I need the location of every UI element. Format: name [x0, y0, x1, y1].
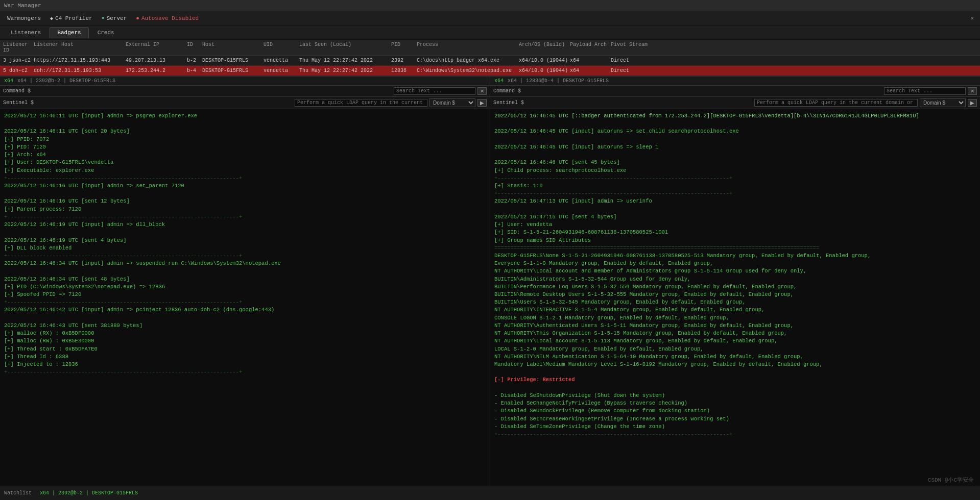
table-row[interactable]: 5 doh-c2 doh://172.31.15.193:53 172.253.… [0, 66, 980, 76]
col-header-uid: UID [264, 42, 299, 53]
console-line [4, 229, 486, 236]
col-header-pid: PID [391, 42, 417, 53]
menubar: Warmongers ◆ C4 Profiler ● Server ● Auto… [0, 11, 980, 26]
console-line [4, 190, 486, 197]
right-console-output[interactable]: 2022/05/12 16:46:45 UTC [::badger authen… [490, 109, 980, 488]
left-search-close[interactable]: ✕ [477, 87, 487, 95]
console-line: [+] Thread Id : 6388 [4, 353, 486, 361]
console-line: [+] User: vendetta [494, 221, 976, 229]
warmongers-menu[interactable]: Warmongers [3, 14, 45, 22]
server-menu[interactable]: ● Server [98, 14, 131, 22]
col-header-pivot: Pivot Stream [611, 42, 662, 53]
console-line: +---------------------------------------… [4, 368, 486, 376]
console-line: BUILTIN\Performance Log Users S-1-5-32-5… [494, 283, 976, 291]
console-line [494, 368, 976, 376]
console-line: ========================================… [494, 244, 976, 252]
left-sentinel-label: Sentinel $ [3, 100, 293, 106]
tab-listeners[interactable]: Listeners [3, 27, 49, 38]
cell-last-seen: Thu May 12 22:27:42 2022 [299, 58, 391, 63]
console-line: [+] PID (C:\Windows\System32\notepad.exe… [4, 283, 486, 291]
right-sentinel-toolbar: Sentinel $ Domain $ ▶ [490, 97, 980, 109]
cell-pid: 12836 [391, 68, 417, 73]
console-line: 2022/05/12 16:46:16 UTC [sent 12 bytes] [4, 197, 486, 205]
col-header-last-seen: Last Seen (Local) [299, 42, 391, 53]
console-line: [+] Spoofed PPID => 7120 [4, 291, 486, 298]
cell-pid: 2392 [391, 58, 417, 63]
left-sentinel-input[interactable] [295, 99, 427, 107]
left-search-input[interactable] [394, 87, 475, 95]
cell-payload: x64 [570, 58, 611, 63]
tab-creds[interactable]: Creds [90, 27, 122, 38]
console-line: 2022/05/12 16:46:46 UTC [sent 45 bytes] [494, 159, 976, 166]
cell-host: DESKTOP-G15FRLS [202, 58, 264, 63]
console-line: 2022/05/12 16:46:43 UTC [sent 381880 byt… [4, 322, 486, 330]
console-line: - Disabled SeIncreaseWorkingSetPrivilege… [494, 415, 976, 423]
server-icon: ● [102, 15, 105, 21]
console-line: [+] malloc (RW) : 0xB5E30000 [4, 337, 486, 345]
left-cmd-label: Command $ [3, 88, 392, 94]
cell-pivot: Direct [611, 58, 662, 63]
console-line: - Enabled SeChangeNotifyPrivilege (Bypas… [494, 399, 976, 407]
col-header-host: Host [202, 42, 264, 53]
console-line [494, 120, 976, 128]
console-line: [+] PPID: 7072 [4, 136, 486, 143]
cell-uid: vendetta [264, 68, 299, 73]
console-line: +---------------------------------------… [494, 174, 976, 182]
autosave-label: Autosave Disabled [141, 15, 199, 21]
console-line: 2022/05/12 16:46:42 UTC [input] admin =>… [4, 306, 486, 314]
right-sentinel-input[interactable] [754, 99, 918, 107]
console-line: CONSOLE LOGON S-1-2-1 Mandatory group, E… [494, 314, 976, 322]
col-header-id: ID [187, 42, 202, 53]
console-line: [+] Arch: x64 [4, 151, 486, 159]
console-line [4, 120, 486, 128]
console-line: [+] DLL block enabled [4, 244, 486, 252]
profiler-icon: ◆ [50, 15, 53, 21]
consoles-area: x64 x64 | 2392@b-2 | DESKTOP-G15FRLS Com… [0, 77, 980, 488]
console-line: BUILTIN\Users S-1-5-32-545 Mandatory gro… [494, 298, 976, 306]
col-header-process: Process [417, 42, 519, 53]
right-search-input[interactable] [884, 87, 966, 95]
console-line: 2022/05/12 16:46:45 UTC [input] autoruns… [494, 128, 976, 135]
cell-last-seen: Thu May 12 22:27:42 2022 [299, 68, 391, 73]
console-line: BUILTIN\Administrators S-1-5-32-544 Grou… [494, 276, 976, 283]
left-session-info: x64 | 2392@b-2 | DESKTOP-G15FRLS [17, 78, 115, 84]
col-header-payload: Payload Arch [570, 42, 611, 53]
console-line: [+] Thread start : 0xB5DFA7E0 [4, 345, 486, 353]
right-search-close[interactable]: ✕ [968, 87, 977, 95]
console-line: 2022/05/12 16:46:45 UTC [input] autoruns… [494, 143, 976, 151]
cell-process: C:\docs\http_badger_x64.exe [417, 58, 519, 63]
console-line: +---------------------------------------… [4, 298, 486, 306]
console-line: NT AUTHORITY\Authenticated Users S-1-5-1… [494, 322, 976, 330]
col-header-listener-id: Listener ID [3, 42, 34, 53]
console-line: - Disabled SeShutdownPrivilege (Shut dow… [494, 392, 976, 399]
right-console-toolbar: Command $ ✕ [490, 86, 980, 97]
cell-arch: x64/10.0 (19044) [519, 58, 570, 63]
right-console-header: x64 x64 | 12836@b-4 | DESKTOP-G15FRLS [490, 77, 980, 86]
console-line: 2022/05/12 16:46:11 UTC [sent 20 bytes] [4, 128, 486, 135]
cell-arch: x64/10.0 (19044) [519, 68, 570, 73]
console-line: +---------------------------------------… [494, 431, 976, 438]
right-cmd-label: Command $ [493, 88, 882, 94]
left-sentinel-go[interactable]: ▶ [477, 99, 487, 107]
right-sentinel-go[interactable]: ▶ [968, 99, 977, 107]
profiler-menu[interactable]: ◆ C4 Profiler [46, 14, 97, 22]
cell-id: b-4 [187, 68, 202, 73]
left-console-output[interactable]: 2022/05/12 16:46:11 UTC [input] admin =>… [0, 109, 490, 488]
console-line [4, 314, 486, 322]
left-domain-select[interactable]: Domain $ [429, 98, 475, 107]
console-line: - Disabled SeTimeZonePrivilege (Change t… [494, 423, 976, 431]
autosave-status: ● Autosave Disabled [136, 15, 199, 21]
tab-badgers[interactable]: Badgers [50, 27, 88, 38]
col-header-listener-host: Listener Host [34, 42, 126, 53]
right-sentinel-label: Sentinel $ [493, 100, 752, 106]
server-label: Server [107, 15, 127, 21]
right-session-info: x64 | 12836@b-4 | DESKTOP-G15FRLS [508, 78, 609, 84]
window-close[interactable]: ✕ [967, 15, 977, 21]
right-domain-select[interactable]: Domain $ [920, 98, 966, 107]
left-arch-badge: x64 [4, 78, 13, 84]
table-row[interactable]: 3 json-c2 https://172.31.15.193:443 49.2… [0, 56, 980, 66]
watchlist-status: x64 | 2392@b-2 | DESKTOP-G15FRLS [40, 490, 138, 496]
autosave-dot: ● [136, 15, 139, 21]
cell-id: b-2 [187, 58, 202, 63]
cell-pivot: Direct [611, 68, 662, 73]
